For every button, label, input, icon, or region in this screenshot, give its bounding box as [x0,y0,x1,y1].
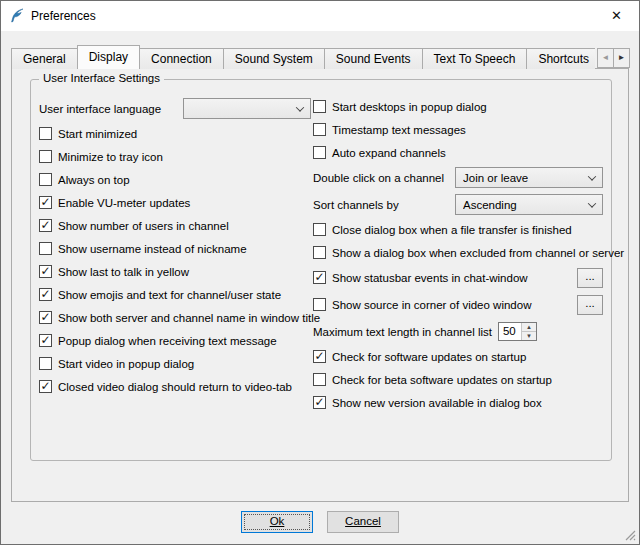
checkbox-icon[interactable]: ✓ [313,396,326,409]
tab-page-display: User Interface Settings User interface l… [11,68,629,502]
checkbox-icon[interactable] [313,298,326,311]
checkbox-vu-meter-updates[interactable]: ✓ Enable VU-meter updates [39,194,311,211]
checkbox-label: Show a dialog box when excluded from cha… [332,247,624,259]
group-title: User Interface Settings [39,72,164,84]
sort-channels-row: Sort channels by Ascending [313,194,603,215]
close-icon: ✕ [611,8,622,23]
checkbox-popup-on-text-message[interactable]: ✓ Popup dialog when receiving text messa… [39,332,311,349]
checkbox-icon[interactable] [39,173,52,186]
checkbox-check-updates[interactable]: ✓ Check for software updates on startup [313,348,603,365]
sort-channels-dropdown-value: Ascending [463,199,517,211]
checkbox-label: Show username instead of nickname [58,243,247,255]
checkbox-icon[interactable] [313,223,326,236]
checkbox-label: Show number of users in channel [58,220,229,232]
checkbox-video-source-corner[interactable]: Show source in corner of video window ..… [313,294,603,315]
tab-sound-events[interactable]: Sound Events [324,48,423,69]
checkbox-icon[interactable] [39,150,52,163]
cancel-button-label: Cancel [345,515,381,527]
checkbox-icon[interactable]: ✓ [39,196,52,209]
checkbox-minimize-to-tray[interactable]: Minimize to tray icon [39,148,311,165]
checkbox-icon[interactable]: ✓ [39,380,52,393]
tab-bar: General Display Connection Sound System … [11,45,595,69]
checkbox-icon[interactable]: ✓ [39,334,52,347]
double-click-row: Double click on a channel Join or leave [313,167,603,188]
max-text-length-row: Maximum text length in channel list 50 ▲… [313,321,603,342]
tab-sound-system[interactable]: Sound System [223,48,325,69]
checkbox-server-channel-in-title[interactable]: ✓ Show both server and channel name in w… [39,309,311,326]
double-click-dropdown[interactable]: Join or leave [455,167,603,188]
checkbox-icon[interactable] [313,123,326,136]
checkbox-icon[interactable]: ✓ [39,265,52,278]
video-source-browse-button[interactable]: ... [577,295,603,315]
chevron-down-icon [588,172,596,180]
ok-button-label: Ok [270,515,285,527]
checkbox-icon[interactable] [39,357,52,370]
language-dropdown[interactable] [183,98,311,119]
checkbox-label: Minimize to tray icon [58,151,163,163]
checkbox-close-on-transfer-finished[interactable]: Close dialog box when a file transfer is… [313,221,603,238]
checkbox-label: Check for software updates on startup [332,351,526,363]
dialog-buttons: Ok Cancel [1,511,639,533]
close-button[interactable]: ✕ [594,1,639,31]
double-click-dropdown-value: Join or leave [463,172,528,184]
tab-connection[interactable]: Connection [139,48,224,69]
tab-text-to-speech[interactable]: Text To Speech [422,48,528,69]
checkbox-icon[interactable] [39,242,52,255]
spin-up-icon[interactable]: ▲ [522,323,536,332]
checkbox-label: Always on top [58,174,130,186]
checkbox-label: Close dialog box when a file transfer is… [332,224,572,236]
checkbox-icon[interactable]: ✓ [39,311,52,324]
checkbox-timestamp-messages[interactable]: Timestamp text messages [313,121,603,138]
tab-display[interactable]: Display [77,45,140,69]
checkbox-label: Show both server and channel name in win… [58,312,320,324]
checkbox-icon[interactable]: ✓ [39,219,52,232]
checkbox-label: Show emojis and text for channel/user st… [58,289,281,301]
checkbox-desktops-popup[interactable]: Start desktops in popup dialog [313,98,603,115]
checkbox-statusbar-events[interactable]: ✓ Show statusbar events in chat-window .… [313,267,603,288]
checkbox-icon[interactable] [39,127,52,140]
checkbox-start-minimized[interactable]: Start minimized [39,125,311,142]
checkbox-icon[interactable]: ✓ [39,288,52,301]
checkbox-icon[interactable] [313,373,326,386]
tab-general[interactable]: General [11,48,78,69]
checkbox-icon[interactable]: ✓ [313,271,326,284]
checkbox-label: Closed video dialog should return to vid… [58,381,292,393]
checkbox-label: Start video in popup dialog [58,358,194,370]
resize-grip[interactable] [623,528,636,541]
checkbox-new-version-dialog[interactable]: ✓ Show new version available in dialog b… [313,394,603,411]
checkbox-label: Check for beta software updates on start… [332,374,552,386]
checkbox-dialog-when-excluded[interactable]: Show a dialog box when excluded from cha… [313,244,603,261]
chevron-down-icon [588,199,596,207]
checkbox-video-popup[interactable]: Start video in popup dialog [39,355,311,372]
sort-channels-dropdown[interactable]: Ascending [455,194,603,215]
checkbox-icon[interactable]: ✓ [313,350,326,363]
checkbox-always-on-top[interactable]: Always on top [39,171,311,188]
statusbar-events-browse-button[interactable]: ... [577,268,603,288]
max-text-length-label: Maximum text length in channel list [313,326,492,338]
left-column: User interface language Start minimized … [39,98,311,395]
tab-scroll-right-icon[interactable]: ► [613,48,630,68]
tab-shortcuts[interactable]: Shortcuts [526,48,595,69]
checkbox-closed-video-return[interactable]: ✓ Closed video dialog should return to v… [39,378,311,395]
checkbox-icon[interactable] [313,100,326,113]
checkbox-show-username[interactable]: Show username instead of nickname [39,240,311,257]
spin-down-icon[interactable]: ▼ [522,332,536,340]
checkbox-label: Enable VU-meter updates [58,197,190,209]
checkbox-show-user-count[interactable]: ✓ Show number of users in channel [39,217,311,234]
tab-scroll-left-icon[interactable]: ◄ [597,48,614,68]
titlebar[interactable]: Preferences ✕ [1,1,639,31]
checkbox-label: Show statusbar events in chat-window [332,272,528,284]
checkbox-check-beta-updates[interactable]: Check for beta software updates on start… [313,371,603,388]
checkbox-auto-expand-channels[interactable]: Auto expand channels [313,144,603,161]
checkbox-icon[interactable] [313,146,326,159]
cancel-button[interactable]: Cancel [327,511,399,533]
max-text-length-spinner[interactable]: 50 ▲ ▼ [498,322,537,341]
checkbox-label: Start minimized [58,128,137,140]
ok-button[interactable]: Ok [241,511,313,533]
checkbox-label: Start desktops in popup dialog [332,101,487,113]
checkbox-last-to-talk[interactable]: ✓ Show last to talk in yellow [39,263,311,280]
checkbox-icon[interactable] [313,246,326,259]
right-column: Start desktops in popup dialog Timestamp… [313,98,603,411]
chevron-down-icon [296,103,304,111]
checkbox-show-emojis[interactable]: ✓ Show emojis and text for channel/user … [39,286,311,303]
